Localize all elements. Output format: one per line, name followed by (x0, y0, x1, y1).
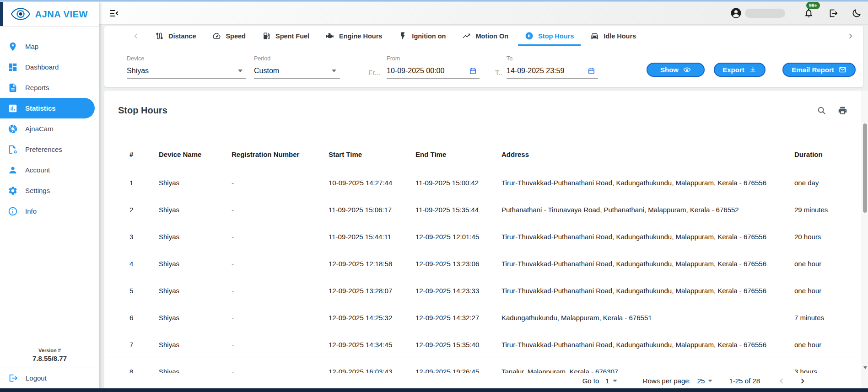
print-icon[interactable] (838, 106, 847, 115)
content: DistanceSpeedSpent FuelEngine HoursIgnit… (99, 25, 868, 388)
cell-num: 4 (129, 260, 159, 268)
version-value: 7.8.55/8.77 (0, 354, 99, 362)
logout-label: Logout (26, 374, 47, 382)
tab-distance[interactable]: Distance (148, 26, 203, 46)
next-page-icon[interactable] (798, 376, 808, 386)
tabs-scroll-right-icon[interactable] (846, 31, 856, 41)
table-row: 3Shiyas-11-09-2025 15:44:1112-09-2025 12… (104, 223, 863, 250)
cell-duration: one hour (794, 287, 851, 295)
dark-mode-icon[interactable] (852, 8, 862, 18)
tab-engine-hours[interactable]: Engine Hours (319, 26, 389, 46)
table-row: 4Shiyas-12-09-2025 12:18:5812-09-2025 13… (104, 250, 863, 277)
version-block: Version # 7.8.55/8.77 (0, 348, 99, 367)
caret-down-icon (613, 380, 617, 382)
person-icon (8, 165, 18, 175)
sidebar-item-preferences[interactable]: Preferences (0, 139, 99, 160)
avatar-icon[interactable] (730, 7, 742, 19)
tab-label: Stop Hours (538, 32, 574, 40)
route-icon (155, 32, 164, 40)
sidebar-item-settings[interactable]: Settings (0, 180, 99, 201)
rows-per-page-label: Rows per page: (643, 377, 691, 385)
scrollbar-down-arrow[interactable] (863, 366, 867, 369)
cell-duration: one day (794, 179, 851, 187)
brand-name: AJNA VIEW (35, 9, 88, 20)
logo: AJNA VIEW (0, 2, 99, 27)
from-value: 10-09-2025 00:00 (387, 67, 444, 75)
cell-reg: - (232, 341, 329, 349)
sidebar-item-ajnacam[interactable]: AjnaCam (0, 118, 99, 139)
engine-icon (326, 32, 334, 40)
stats-chart-icon (8, 103, 18, 113)
cell-duration: one hour (794, 341, 851, 349)
report-card: Stop Hours #Device NameRegistration Numb… (104, 91, 863, 388)
tab-speed[interactable]: Speed (205, 26, 253, 46)
cell-reg: - (232, 179, 329, 187)
menu-collapse-icon[interactable] (108, 8, 119, 19)
cell-num: 6 (129, 314, 159, 322)
cell-start: 12-09-2025 14:34:45 (329, 341, 415, 349)
email-report-button-label: Email Report (792, 66, 834, 74)
sidebar-item-info[interactable]: Info (0, 201, 99, 221)
sidebar-item-account[interactable]: Account (0, 160, 99, 180)
sidebar-item-label: Reports (25, 84, 49, 91)
cell-end: 11-09-2025 15:00:42 (415, 179, 501, 187)
period-label: Period (254, 55, 340, 62)
table-body: 1Shiyas-10-09-2025 14:27:4411-09-2025 15… (104, 169, 863, 385)
tab-ignition-on[interactable]: Ignition on (392, 26, 453, 46)
cell-device: Shiyas (159, 287, 232, 295)
show-button[interactable]: Show (647, 63, 705, 77)
goto-value: 1 (605, 377, 609, 385)
device-select[interactable]: Device Shiyas (127, 55, 246, 79)
tab-idle-hours[interactable]: Idle Hours (583, 26, 643, 46)
column-header-registration-number: Registration Number (232, 150, 329, 158)
cell-reg: - (232, 260, 329, 268)
cell-duration: 29 minutes (794, 206, 851, 214)
export-button[interactable]: Export (714, 63, 766, 77)
logout-top-icon[interactable] (828, 8, 838, 18)
tab-label: Engine Hours (339, 32, 382, 40)
cell-device: Shiyas (159, 314, 232, 322)
notification-badge: 99+ (806, 2, 820, 9)
eye-icon (683, 66, 691, 74)
sidebar-item-statistics[interactable]: Statistics (0, 98, 95, 118)
sidebar-item-label: Preferences (25, 145, 62, 153)
goto-label: Go to (582, 377, 599, 385)
goto-page-control[interactable]: Go to 1 (582, 377, 617, 385)
calendar-icon[interactable] (469, 67, 477, 75)
rows-per-page-control[interactable]: Rows per page: 25 (643, 377, 713, 385)
cell-end: 12-09-2025 14:23:33 (415, 287, 501, 295)
notifications-button[interactable]: 99+ (803, 8, 814, 18)
main-area: 99+ Distance (99, 2, 868, 388)
cell-duration: 7 minutes (794, 314, 851, 322)
username-skeleton (745, 9, 785, 18)
vertical-scrollbar[interactable] (862, 91, 868, 388)
version-label: Version # (0, 348, 99, 353)
email-report-button[interactable]: Email Report (782, 63, 856, 77)
tab-stop-hours[interactable]: Stop Hours (518, 26, 581, 46)
scrollbar-thumb[interactable] (863, 124, 867, 213)
tab-label: Idle Hours (604, 32, 636, 40)
pagination-range: 1-25 of 28 (729, 377, 760, 385)
column-header-start-time: Start Time (329, 150, 415, 158)
cell-num: 1 (129, 179, 159, 187)
sidebar-item-map[interactable]: Map (0, 36, 99, 57)
topbar: 99+ (99, 2, 868, 25)
tab-spent-fuel[interactable]: Spent Fuel (255, 26, 316, 46)
to-datetime-input[interactable]: To 14-09-2025 23:59 (507, 55, 598, 79)
cell-end: 12-09-2025 14:32:27 (415, 314, 501, 322)
cell-device: Shiyas (159, 206, 232, 214)
sidebar-item-reports[interactable]: Reports (0, 77, 99, 98)
period-select[interactable]: Period Custom (254, 55, 340, 79)
calendar-icon[interactable] (588, 67, 595, 75)
cell-reg: - (232, 233, 329, 241)
tabs-scroll-left-icon[interactable] (131, 31, 141, 41)
from-datetime-input[interactable]: From 10-09-2025 00:00 (387, 55, 480, 79)
search-icon[interactable] (817, 106, 826, 115)
sidebar-logout[interactable]: Logout (0, 367, 99, 388)
cell-address: Tirur-Thuvakkad-Puthanathani Road, Kadun… (501, 179, 794, 187)
tab-motion-on[interactable]: Motion On (455, 26, 515, 46)
previous-page-icon[interactable] (776, 376, 787, 386)
sidebar-item-dashboard[interactable]: Dashboard (0, 57, 99, 77)
pause-circle-icon (525, 32, 534, 40)
cell-end: 12-09-2025 15:35:40 (415, 341, 501, 349)
